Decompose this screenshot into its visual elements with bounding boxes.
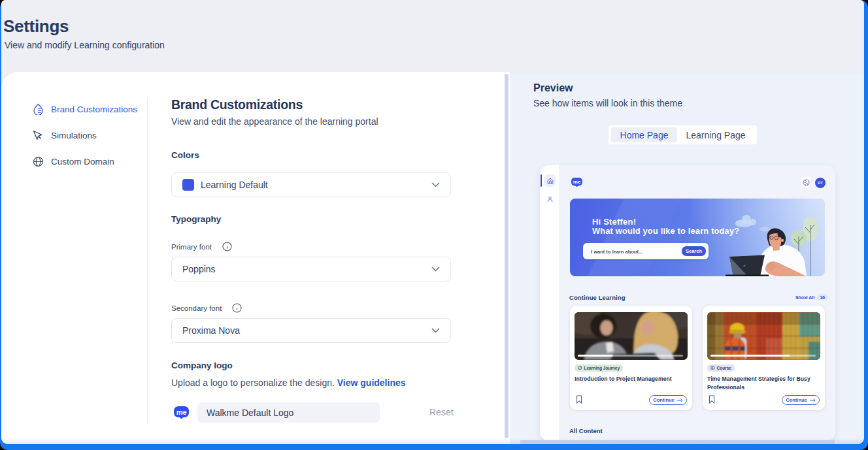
svg-text:me: me bbox=[176, 408, 187, 416]
svg-text:me: me bbox=[573, 179, 581, 185]
